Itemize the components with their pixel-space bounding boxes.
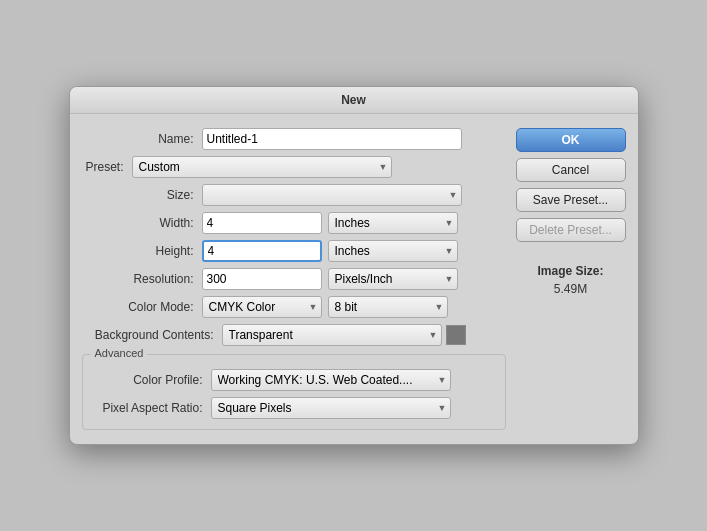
bits-wrapper: 8 bit 16 bit 32 bit ▼ xyxy=(328,296,448,318)
color-mode-wrapper: Bitmap Grayscale RGB Color CMYK Color La… xyxy=(202,296,322,318)
height-unit-wrapper: Pixels Inches Centimeters Millimeters Po… xyxy=(328,240,458,262)
pixel-aspect-row: Pixel Aspect Ratio: Square Pixels D1/DV … xyxy=(93,397,495,419)
delete-preset-button[interactable]: Delete Preset... xyxy=(516,218,626,242)
color-profile-select[interactable]: Working CMYK: U.S. Web Coated.... xyxy=(211,369,451,391)
width-row: Width: Pixels Inches Centimeters Millime… xyxy=(82,212,506,234)
size-row: Size: ▼ xyxy=(82,184,506,206)
cancel-button[interactable]: Cancel xyxy=(516,158,626,182)
right-panel: OK Cancel Save Preset... Delete Preset..… xyxy=(516,128,626,430)
height-row: Height: Pixels Inches Centimeters Millim… xyxy=(82,240,506,262)
ok-button[interactable]: OK xyxy=(516,128,626,152)
resolution-input[interactable] xyxy=(202,268,322,290)
color-profile-wrapper: Working CMYK: U.S. Web Coated.... ▼ xyxy=(211,369,451,391)
height-input[interactable] xyxy=(202,240,322,262)
size-select[interactable] xyxy=(202,184,462,206)
width-unit-wrapper: Pixels Inches Centimeters Millimeters Po… xyxy=(328,212,458,234)
color-mode-label: Color Mode: xyxy=(82,300,202,314)
new-dialog: New Name: Preset: Custom Default Photosh… xyxy=(69,86,639,445)
pixel-aspect-label: Pixel Aspect Ratio: xyxy=(93,401,211,415)
pixel-aspect-wrapper: Square Pixels D1/DV NTSC (0.9) D1/DV PAL… xyxy=(211,397,451,419)
background-label: Background Contents: xyxy=(82,328,222,342)
background-wrapper: White Background Color Transparent ▼ xyxy=(222,324,442,346)
size-wrapper: ▼ xyxy=(202,184,462,206)
bits-select[interactable]: 8 bit 16 bit 32 bit xyxy=(328,296,448,318)
resolution-row: Resolution: Pixels/Inch Pixels/Centimete… xyxy=(82,268,506,290)
preset-select[interactable]: Custom Default Photoshop Size Letter Tab… xyxy=(132,156,392,178)
image-size-value: 5.49M xyxy=(516,282,626,296)
name-row: Name: xyxy=(82,128,506,150)
background-color-swatch[interactable] xyxy=(446,325,466,345)
preset-row: Preset: Custom Default Photoshop Size Le… xyxy=(82,156,506,178)
advanced-content: Color Profile: Working CMYK: U.S. Web Co… xyxy=(93,369,495,419)
color-mode-row: Color Mode: Bitmap Grayscale RGB Color C… xyxy=(82,296,506,318)
preset-label: Preset: xyxy=(82,160,132,174)
color-mode-select[interactable]: Bitmap Grayscale RGB Color CMYK Color La… xyxy=(202,296,322,318)
color-profile-label: Color Profile: xyxy=(93,373,211,387)
width-label: Width: xyxy=(82,216,202,230)
color-profile-row: Color Profile: Working CMYK: U.S. Web Co… xyxy=(93,369,495,391)
advanced-fieldset: Advanced Color Profile: Working CMYK: U.… xyxy=(82,354,506,430)
resolution-unit-wrapper: Pixels/Inch Pixels/Centimeter ▼ xyxy=(328,268,458,290)
dialog-title: New xyxy=(70,87,638,114)
resolution-label: Resolution: xyxy=(82,272,202,286)
save-preset-button[interactable]: Save Preset... xyxy=(516,188,626,212)
image-size-section: Image Size: 5.49M xyxy=(516,264,626,296)
preset-wrapper: Custom Default Photoshop Size Letter Tab… xyxy=(132,156,392,178)
name-input[interactable] xyxy=(202,128,462,150)
height-label: Height: xyxy=(82,244,202,258)
background-row: Background Contents: White Background Co… xyxy=(82,324,506,346)
width-unit-select[interactable]: Pixels Inches Centimeters Millimeters Po… xyxy=(328,212,458,234)
width-input[interactable] xyxy=(202,212,322,234)
image-size-label: Image Size: xyxy=(516,264,626,278)
name-label: Name: xyxy=(82,132,202,146)
pixel-aspect-select[interactable]: Square Pixels D1/DV NTSC (0.9) D1/DV PAL… xyxy=(211,397,451,419)
left-panel: Name: Preset: Custom Default Photoshop S… xyxy=(82,128,506,430)
resolution-unit-select[interactable]: Pixels/Inch Pixels/Centimeter xyxy=(328,268,458,290)
size-label: Size: xyxy=(82,188,202,202)
background-select[interactable]: White Background Color Transparent xyxy=(222,324,442,346)
height-unit-select[interactable]: Pixels Inches Centimeters Millimeters Po… xyxy=(328,240,458,262)
advanced-legend: Advanced xyxy=(91,347,148,359)
